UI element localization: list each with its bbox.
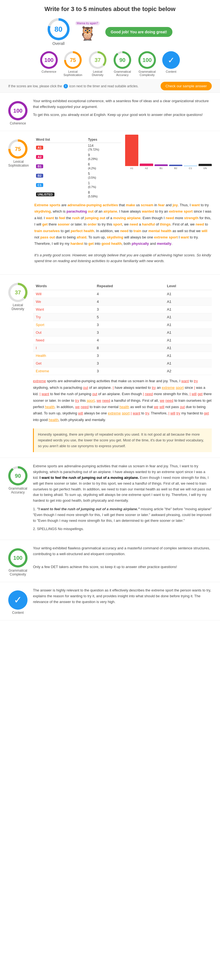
- content-circle: ✓: [8, 590, 27, 609]
- gram-acc-essay: Extreme sports are adrenaline-pumping ac…: [33, 463, 212, 504]
- info-bar: If the scores are low, please click the …: [0, 79, 220, 93]
- word-list-table: Word list Types A1 114(79.72%) A2: [34, 137, 121, 199]
- table-row: We 4 A1: [33, 298, 212, 305]
- gram-acc-note1: 1. "I want to feel the rush of jumping o…: [33, 506, 212, 523]
- word-will: Will: [33, 290, 94, 298]
- info-text: If the scores are low, please click the …: [8, 84, 139, 88]
- lex-soph-row: 75 LexicalSophistication Word list Types: [8, 137, 212, 269]
- coherence-section-circle: 100: [8, 101, 27, 120]
- lex-div-circle: 37: [89, 51, 106, 69]
- lex-div-section-value: 37: [11, 285, 25, 300]
- rep-health: 3: [94, 352, 164, 360]
- bar-label-b2: B2: [174, 167, 177, 170]
- bar-rect-unlisted: [199, 164, 212, 166]
- lex-div-value: 37: [91, 53, 104, 67]
- lex-soph-text-col: Word list Types A1 114(79.72%) A2: [34, 137, 212, 269]
- lex-soph-score-col: 75 LexicalSophistication: [8, 137, 29, 167]
- word-extreme: Extreme: [33, 368, 94, 375]
- level-want: A1: [164, 305, 212, 313]
- bar-label-b1: B1: [160, 167, 163, 170]
- wl-col-types: Types: [86, 137, 121, 143]
- table-row: Extreme 3 A2: [33, 368, 212, 375]
- content-label: Content: [166, 70, 177, 73]
- content-checkmark-icon: ✓: [14, 594, 22, 606]
- gram-complex-section-circle: 100: [8, 548, 27, 568]
- rep-out: 3: [94, 329, 164, 336]
- content-section: ✓ Content The answer is highly relevant …: [0, 582, 220, 620]
- lex-div-note: Honestly speaking, there are plenty of r…: [33, 428, 212, 452]
- coherence-section: 100 Coherence Your writing exhibited exc…: [0, 93, 220, 131]
- tag-c1: C1: [34, 180, 86, 190]
- coherence-label: Coherence: [41, 70, 56, 73]
- level-try: A1: [164, 313, 212, 321]
- content-row: ✓ Content The answer is highly relevant …: [8, 588, 212, 615]
- gram-complex-section-value: 100: [11, 550, 25, 565]
- table-row: Out 3 A1: [33, 329, 212, 336]
- table-row: B1 6(4.2%): [34, 162, 121, 171]
- bar-chart-inner: A1 A2 B1 B2: [125, 139, 212, 170]
- word-out: Out: [33, 329, 94, 336]
- bar-c1: C1: [184, 166, 197, 170]
- lex-div-section: 37 LexicalDiversity Words Repeated Level…: [0, 275, 220, 458]
- gram-acc-label: Grammatical Accuracy: [113, 70, 132, 76]
- level-sport: A1: [164, 321, 212, 329]
- gram-complex-section-label: GrammaticalComplexity: [8, 569, 27, 576]
- gram-complex-score-col: 100 GrammaticalComplexity: [8, 546, 27, 576]
- coherence-text2: To get this score, you already excel at …: [33, 112, 212, 118]
- gram-complex-row: 100 GrammaticalComplexity Your writing e…: [8, 546, 212, 576]
- bar-b1: B1: [155, 164, 168, 170]
- tag-unlisted: UNLISTED: [34, 190, 86, 199]
- level-need: A1: [164, 336, 212, 344]
- gram-acc-value: 90: [116, 53, 129, 67]
- level-health: A1: [164, 352, 212, 360]
- gram-acc-text-col: Extreme sports are adrenaline-pumping ac…: [33, 463, 212, 534]
- count-a1: 114(79.72%): [86, 143, 121, 153]
- bar-rect-b1: [155, 164, 168, 166]
- table-row: C1 1(0.7%): [34, 180, 121, 190]
- content-text: The answer is highly relevant to the que…: [33, 588, 212, 605]
- check-sample-button[interactable]: Check our sample answer: [161, 82, 212, 90]
- bar-a1: A1: [125, 135, 138, 170]
- overall-section: 80 Overall Wanna try again? 🦉 Good job! …: [0, 16, 220, 48]
- gram-acc-row: 90 GrammaticalAccuracy Extreme sports ar…: [8, 463, 212, 534]
- gram-complex-circle: 100: [138, 51, 156, 69]
- table-row: Health 3 A1: [33, 352, 212, 360]
- gram-acc-score-col: 90 GrammaticalAccuracy: [8, 463, 27, 494]
- table-row: A1 114(79.72%): [34, 143, 121, 153]
- lex-div-section-circle: 37: [8, 283, 27, 302]
- bar-rect-a1: [125, 135, 138, 166]
- table-row: Sport 3 A1: [33, 321, 212, 329]
- score-lex-div: 37 Lexical Diversity: [88, 51, 107, 76]
- count-b1: 6(4.2%): [86, 162, 121, 171]
- level-extreme: A2: [164, 368, 212, 375]
- table-row: A2 9(6.29%): [34, 152, 121, 162]
- gram-complex-text2: Only a few DET takers achieve this score…: [33, 564, 212, 570]
- table-row: Will 4 A1: [33, 290, 212, 298]
- gram-acc-circle: 90: [114, 51, 131, 69]
- word-health: Health: [33, 352, 94, 360]
- lex-div-repeated-text: extreme sports are adrenaline-pumping ac…: [33, 375, 212, 426]
- overall-score: 80 Overall: [47, 18, 70, 46]
- content-section-label: Content: [8, 611, 27, 615]
- wl-col-wordlist: Word list: [34, 137, 86, 143]
- table-row: B2 5(3.5%): [34, 171, 121, 180]
- count-b2: 5(3.5%): [86, 171, 121, 180]
- tag-a1: A1: [34, 143, 86, 153]
- lex-soph-section-value: 75: [11, 142, 25, 156]
- level-out: A1: [164, 329, 212, 336]
- level-we: A1: [164, 298, 212, 305]
- rep-get: 3: [94, 360, 164, 368]
- word-i: I: [33, 344, 94, 352]
- coherence-section-value: 100: [11, 103, 25, 118]
- tag-b2: B2: [34, 171, 86, 180]
- lex-div-label: Lexical Diversity: [88, 70, 107, 76]
- level-i: A1: [164, 344, 212, 352]
- bar-label-a2: A2: [145, 167, 148, 170]
- page-header: Write for 3 to 5 minutes about the topic…: [0, 0, 220, 16]
- ld-col-words: Words: [33, 282, 94, 290]
- lex-div-section-label: LexicalDiversity: [8, 303, 27, 311]
- coherence-circle: 100: [40, 51, 58, 69]
- bar-rect-a2: [140, 164, 153, 166]
- rep-sport: 3: [94, 321, 164, 329]
- rep-need: 4: [94, 336, 164, 344]
